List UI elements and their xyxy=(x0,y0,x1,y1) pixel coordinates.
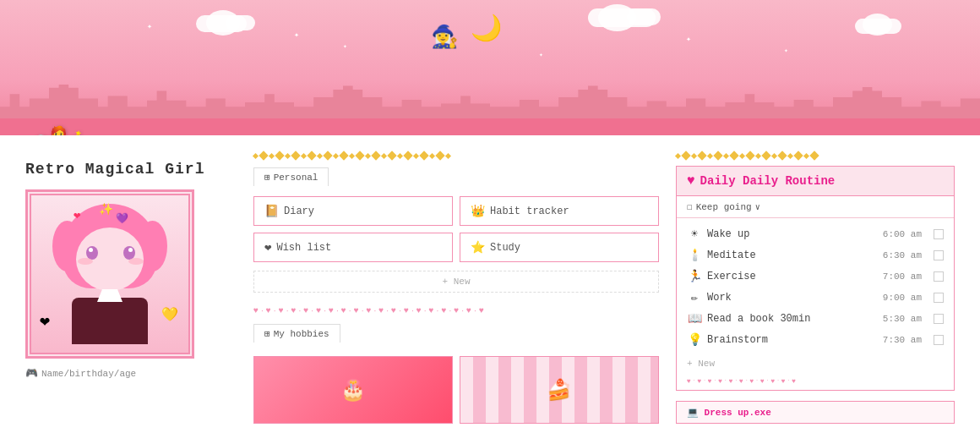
d11: · xyxy=(385,307,389,315)
study-label: Study xyxy=(490,242,520,254)
h5: ♥ xyxy=(303,306,308,315)
rd18 xyxy=(809,151,819,160)
study-icon: ⭐ xyxy=(471,240,485,255)
hobbies-preview: 🎂 🍰 xyxy=(253,356,659,424)
diamond-14 xyxy=(355,151,364,160)
routine-label-0: Wake up xyxy=(707,228,878,240)
checkbox-icon: ☐ xyxy=(687,201,693,212)
rd16 xyxy=(793,151,803,160)
d10: · xyxy=(373,307,377,315)
routine-bottom-border: ♥ · ♥ · ♥ · ♥ · ♥ · ♥ · ♥ · ♥ · ♥ · ♥ · xyxy=(677,372,954,390)
routine-check-1[interactable] xyxy=(934,250,944,260)
d1: · xyxy=(260,307,264,315)
routine-item-0: ☀️ Wake up 6:00 am xyxy=(677,223,954,244)
d13: · xyxy=(411,307,415,315)
rd7 xyxy=(723,152,729,158)
routine-check-0[interactable] xyxy=(934,229,944,239)
h12: ♥ xyxy=(391,306,396,315)
rb13: ♥ xyxy=(750,377,754,385)
star-deco-2: ✦ xyxy=(343,42,347,50)
rb21: ♥ xyxy=(792,377,796,385)
rb8: · xyxy=(724,377,727,385)
routine-item-5: 💡 Brainstorm 7:30 am xyxy=(677,329,954,350)
dress-up-box[interactable]: 💻 Dress up.exe xyxy=(676,401,955,424)
profile-info-icon: 🎮 xyxy=(25,367,38,380)
page-title: Retro Magical Girl xyxy=(25,161,228,178)
routine-check-5[interactable] xyxy=(934,335,944,345)
rb6: · xyxy=(714,377,717,385)
heart-border-divider: ♥ · ♥ · ♥ · ♥ · ♥ · ♥ · ♥ · ♥ · ♥ · ♥ · … xyxy=(253,306,659,315)
routine-time-0: 6:00 am xyxy=(883,229,922,239)
rb18: · xyxy=(776,377,780,385)
rb14: · xyxy=(755,377,759,385)
rb11: ♥ xyxy=(739,377,743,385)
rd5 xyxy=(707,152,713,158)
routine-title: Daily Daily Routine xyxy=(700,174,836,188)
add-new-button[interactable]: + New xyxy=(253,271,659,293)
rd6 xyxy=(713,151,722,160)
h1: ♥ xyxy=(253,306,259,315)
hobbies-tab[interactable]: ⊞ My hobbies xyxy=(253,324,340,343)
d9: · xyxy=(361,307,365,315)
card-study[interactable]: ⭐ Study xyxy=(460,233,659,262)
rd11 xyxy=(755,152,761,158)
routine-icon-0: ☀️ xyxy=(687,227,702,241)
rd14 xyxy=(777,151,787,160)
rd17 xyxy=(803,152,809,158)
rd1 xyxy=(675,152,681,158)
h3: ♥ xyxy=(279,306,284,315)
rb9: ♥ xyxy=(729,377,733,385)
routine-items-list: ☀️ Wake up 6:00 am 🕯️ Meditate 6:30 am 🏃… xyxy=(677,218,954,355)
card-habit-tracker[interactable]: 👑 Habit tracker xyxy=(460,196,659,226)
diamond-12 xyxy=(339,151,348,160)
keep-going-section[interactable]: ☐ Keep going ∨ xyxy=(677,196,954,218)
add-new-routine-button[interactable]: + New xyxy=(677,355,954,372)
avatar-image: ❤️ 💜 ❤️ 💛 ✨ xyxy=(30,194,190,354)
middle-column: ⊞ Personal 📔 Diary 👑 Habit tracker ❤️ Wi… xyxy=(245,152,667,424)
routine-item-3: ✏️ Work 9:00 am xyxy=(677,287,954,308)
d14: · xyxy=(423,307,427,315)
wish-label: Wish list xyxy=(276,242,331,254)
hobbies-tab-icon: ⊞ xyxy=(264,328,270,339)
personal-tab[interactable]: ⊞ Personal xyxy=(253,167,329,186)
diamond-8 xyxy=(307,151,316,160)
routine-check-3[interactable] xyxy=(934,293,944,303)
diamond-13 xyxy=(349,152,355,158)
routine-time-2: 7:00 am xyxy=(883,271,922,282)
star-deco-5: ✦ xyxy=(147,21,152,31)
h8: ♥ xyxy=(341,306,346,315)
diamond-9 xyxy=(317,152,323,158)
profile-info: 🎮 Name/birthday/age xyxy=(25,367,228,380)
d8: · xyxy=(348,307,352,315)
diamond-10 xyxy=(323,151,332,160)
h18: ♥ xyxy=(466,306,471,315)
rb5: ♥ xyxy=(708,377,712,385)
rd15 xyxy=(787,152,793,158)
routine-check-4[interactable] xyxy=(934,314,944,324)
h4: ♥ xyxy=(291,306,296,315)
profile-info-label: Name/birthday/age xyxy=(41,369,136,379)
routine-label-1: Meditate xyxy=(707,249,878,261)
card-diary[interactable]: 📔 Diary xyxy=(253,196,453,226)
card-wish-list[interactable]: ❤️ Wish list xyxy=(253,233,453,262)
cards-grid: 📔 Diary 👑 Habit tracker ❤️ Wish list ⭐ S… xyxy=(253,196,659,262)
routine-time-4: 5:30 am xyxy=(883,314,922,324)
routine-item-2: 🏃 Exercise 7:00 am xyxy=(677,266,954,287)
diamond-22 xyxy=(419,151,428,160)
rd12 xyxy=(761,151,770,160)
h14: ♥ xyxy=(416,306,422,315)
routine-check-2[interactable] xyxy=(934,271,944,282)
diamond-24 xyxy=(435,151,444,160)
routine-item-1: 🕯️ Meditate 6:30 am xyxy=(677,244,954,266)
banner: 🌙 🧙‍♀️ ✦ ✦ ✦ ✦ ✦ ✦ 🧚 xyxy=(0,0,980,135)
diamond-25 xyxy=(445,152,451,158)
star-deco-3: ✦ xyxy=(686,34,691,44)
hobby-card-2[interactable]: 🍰 xyxy=(460,356,659,424)
hobby-card-1[interactable]: 🎂 xyxy=(253,356,453,424)
d17: · xyxy=(460,307,465,315)
h16: ♥ xyxy=(441,306,446,315)
routine-icon-2: 🏃 xyxy=(687,269,702,283)
diamond-4 xyxy=(275,151,284,160)
dress-up-label: Dress up.exe xyxy=(705,408,771,418)
routine-label-2: Exercise xyxy=(707,271,878,282)
